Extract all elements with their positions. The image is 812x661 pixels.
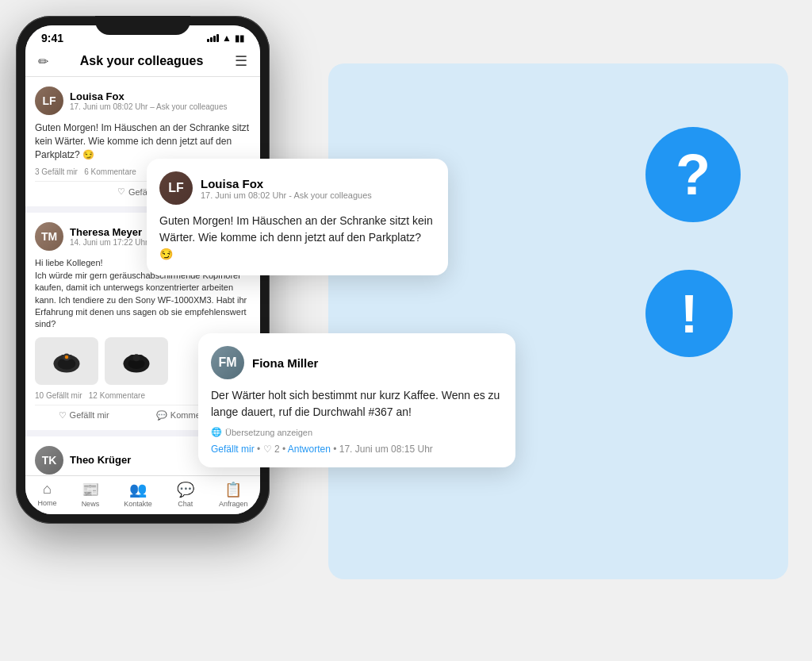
card-text-louisa: Guten Morgen! Im Häuschen an der Schrank… bbox=[159, 213, 435, 263]
card-header-fiona: FM Fiona Miller bbox=[211, 346, 503, 379]
card-header-louisa: LF Louisa Fox 17. Juni um 08:02 Uhr - As… bbox=[159, 171, 435, 205]
post-comments-theresa: 12 Kommentare bbox=[89, 391, 145, 400]
home-icon: ⌂ bbox=[43, 481, 52, 498]
post-comments-louisa: 6 Kommentare bbox=[84, 167, 136, 176]
floating-card-fiona: FM Fiona Miller Der Wärter holt sich bes… bbox=[198, 333, 515, 467]
avatar-theresa: TM bbox=[35, 222, 63, 251]
nav-bar: ✏ Ask your colleagues ☰ bbox=[25, 48, 260, 77]
signal-bar-4 bbox=[216, 34, 219, 42]
card-meta-louisa: Louisa Fox 17. Juni um 08:02 Uhr - Ask y… bbox=[201, 177, 372, 200]
signal-bar-2 bbox=[210, 37, 213, 42]
headphone-svg-2 bbox=[113, 343, 160, 379]
reply-link-fiona[interactable]: Antworten bbox=[288, 444, 331, 455]
heart-icon-louisa: ♡ bbox=[117, 186, 125, 197]
question-mark-icon: ? bbox=[645, 127, 741, 222]
battery-icon: ▮▮ bbox=[235, 33, 244, 44]
card-author-fiona: Fiona Miller bbox=[252, 356, 318, 370]
card-avatar-louisa: LF bbox=[159, 171, 193, 205]
contacts-icon: 👥 bbox=[129, 481, 147, 498]
post-likes-louisa: 3 Gefällt mir bbox=[35, 167, 78, 176]
post-likes-theresa: 10 Gefällt mir bbox=[35, 391, 82, 400]
comment-icon-theresa: 💬 bbox=[156, 410, 167, 421]
globe-icon: 🌐 bbox=[211, 427, 222, 437]
heart-count-fiona: 2 bbox=[274, 444, 280, 455]
tab-anfragen[interactable]: 📋 Anfragen bbox=[219, 481, 248, 508]
exclamation-icon: ! bbox=[645, 270, 733, 357]
signal-bars-icon bbox=[207, 34, 219, 42]
card-avatar-fiona: FM bbox=[211, 346, 244, 379]
tab-kontakte-label: Kontakte bbox=[124, 500, 152, 508]
translation-label: Übersetzung anzeigen bbox=[225, 428, 312, 437]
tab-home-label: Home bbox=[38, 499, 57, 507]
phone-notch bbox=[95, 16, 190, 35]
heart-icon-fiona: ♡ bbox=[263, 444, 272, 455]
headphone-svg-1 bbox=[43, 343, 90, 379]
card-translation[interactable]: 🌐 Übersetzung anzeigen bbox=[211, 427, 503, 437]
heart-icon-theresa: ♡ bbox=[59, 410, 67, 421]
tab-chat-label: Chat bbox=[178, 500, 193, 508]
card-text-fiona: Der Wärter holt sich bestimmt nur kurz K… bbox=[211, 387, 503, 421]
news-icon: 📰 bbox=[82, 481, 99, 498]
tab-kontakte[interactable]: 👥 Kontakte bbox=[124, 481, 152, 508]
post-text-louisa: Guten Morgen! Im Häuschen an der Schrank… bbox=[35, 121, 251, 161]
compose-icon[interactable]: ✏ bbox=[38, 54, 48, 69]
avatar-louisa: LF bbox=[35, 86, 63, 115]
post-author-louisa: Louisa Fox bbox=[70, 90, 251, 102]
dot-separator-3: • bbox=[333, 444, 339, 455]
card-actions-fiona: Gefällt mir • ♡ 2 • Antworten • 17. Juni… bbox=[211, 444, 503, 455]
status-icons: ▲ ▮▮ bbox=[207, 33, 244, 44]
dot-separator-2: • bbox=[282, 444, 288, 455]
tab-news[interactable]: 📰 News bbox=[82, 481, 100, 508]
post-meta-louisa: Louisa Fox 17. Juni um 08:02 Uhr – Ask y… bbox=[70, 90, 251, 111]
product-img-1 bbox=[35, 337, 98, 385]
wifi-icon: ▲ bbox=[222, 33, 232, 44]
tab-bar: ⌂ Home 📰 News 👥 Kontakte 💬 Chat 📋 bbox=[25, 475, 260, 514]
blue-background-panel: ? ! bbox=[328, 63, 788, 579]
chat-icon: 💬 bbox=[177, 481, 194, 498]
anfragen-icon: 📋 bbox=[224, 481, 242, 498]
post-date-louisa: 17. Juni um 08:02 Uhr – Ask your colleag… bbox=[70, 102, 251, 111]
svg-point-8 bbox=[133, 354, 140, 361]
signal-bar-1 bbox=[207, 39, 209, 42]
status-time: 9:41 bbox=[41, 32, 63, 44]
card-meta-fiona: Fiona Miller bbox=[252, 356, 318, 370]
product-img-2 bbox=[105, 337, 168, 385]
like-link-fiona[interactable]: Gefällt mir bbox=[211, 444, 255, 455]
nav-title: Ask your colleagues bbox=[80, 54, 204, 68]
tab-anfragen-label: Anfragen bbox=[219, 500, 248, 508]
tab-news-label: News bbox=[82, 500, 100, 508]
tab-home[interactable]: ⌂ Home bbox=[38, 481, 57, 508]
timestamp-fiona: 17. Juni um 08:15 Uhr bbox=[339, 444, 433, 455]
dot-separator-1: • bbox=[257, 444, 263, 455]
tab-chat[interactable]: 💬 Chat bbox=[177, 481, 194, 508]
signal-bar-3 bbox=[213, 36, 216, 42]
menu-icon[interactable]: ☰ bbox=[235, 52, 247, 70]
svg-point-4 bbox=[65, 355, 69, 359]
card-date-louisa: 17. Juni um 08:02 Uhr - Ask your colleag… bbox=[201, 190, 372, 200]
like-button-theresa[interactable]: ♡ Gefällt mir bbox=[59, 410, 109, 421]
card-author-louisa: Louisa Fox bbox=[201, 177, 372, 190]
floating-card-louisa: LF Louisa Fox 17. Juni um 08:02 Uhr - As… bbox=[147, 159, 448, 275]
post-header-louisa: LF Louisa Fox 17. Juni um 08:02 Uhr – As… bbox=[35, 86, 251, 115]
avatar-theo: TK bbox=[35, 446, 63, 475]
